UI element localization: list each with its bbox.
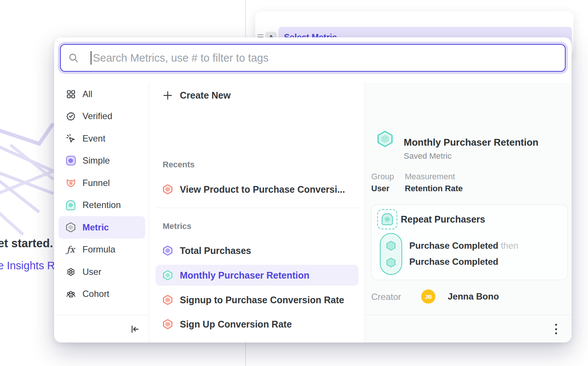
sidebar-item-simple[interactable]: Simple	[54, 150, 149, 172]
metric-detail-panel: Monthly Purchaser Retention Saved Metric…	[365, 83, 572, 342]
event-metric-hexagon-icon	[163, 246, 173, 256]
recents-section-header: Recents	[163, 160, 195, 170]
measurement-value: Retention Rate	[405, 184, 463, 193]
saved-metric-hexagon-icon	[377, 131, 393, 147]
creator-avatar: JB	[421, 289, 435, 304]
retention-metric-hexagon-icon	[163, 270, 173, 280]
sidebar-item-event[interactable]: Event	[54, 127, 149, 150]
background-insights-link[interactable]: e Insights Re	[0, 260, 61, 272]
sidebar-item-formula[interactable]: ƒx Formula	[54, 239, 149, 261]
event-sequence-capsule	[380, 233, 402, 275]
funnel-metric-hexagon-icon	[163, 295, 173, 305]
event-hexagon-icon	[386, 241, 396, 251]
cursor-click-icon	[66, 133, 76, 143]
sidebar-footer	[54, 315, 149, 342]
recent-item-label: View Product to Purchase Conversi...	[180, 184, 345, 195]
search-placeholder: Search Metrics, use # to filter to tags	[93, 52, 269, 64]
metric-item-label: Total Purchases	[180, 245, 251, 256]
definition-name: Repeat Purchasers	[401, 214, 485, 225]
type-filter-sidebar: All Verified	[54, 83, 149, 342]
metric-list-column: Create New Recents View Product to Purch…	[149, 83, 365, 342]
sidebar-item-label: Formula	[82, 244, 115, 255]
detail-subtitle: Saved Metric	[404, 151, 451, 161]
sidebar-item-label: Metric	[82, 222, 109, 233]
recent-item[interactable]: View Product to Purchase Conversi...	[149, 179, 365, 200]
then-connector: then	[501, 241, 518, 251]
sidebar-item-verified[interactable]: Verified	[54, 105, 149, 128]
definition-step-1: Purchase Completed then	[409, 241, 518, 251]
metric-hexagon-icon	[66, 222, 76, 232]
sidebar-item-label: All	[82, 89, 93, 99]
metric-list-item[interactable]: Signup to Purchase Conversion Rate	[149, 289, 365, 310]
sidebar-item-retention[interactable]: Retention	[54, 194, 149, 217]
group-label: Group	[371, 172, 394, 182]
user-cluster-icon	[66, 267, 76, 277]
metric-item-label: Sign Up Conversion Rate	[180, 319, 292, 330]
background-get-started-text: et started.	[0, 237, 53, 250]
list-divider	[156, 208, 359, 208]
metric-list-item-selected[interactable]: Monthly Purchaser Retention	[156, 265, 359, 286]
definition-step-2: Purchase Completed	[409, 257, 498, 267]
detail-footer	[365, 315, 572, 342]
sidebar-item-label: Retention	[82, 200, 121, 210]
create-new-button[interactable]: Create New	[149, 85, 365, 106]
sidebar-item-label: Simple	[82, 155, 110, 166]
metric-item-label: Monthly Purchaser Retention	[180, 270, 309, 281]
sidebar-item-label: User	[82, 267, 101, 277]
sidebar-item-cohort[interactable]: Cohort	[54, 283, 149, 305]
sidebar-item-label: Event	[82, 133, 105, 144]
search-input[interactable]: Search Metrics, use # to filter to tags	[60, 44, 566, 72]
verified-badge-icon	[66, 111, 76, 121]
simple-borrowed-hexagon-icon	[66, 156, 76, 166]
sidebar-item-metric[interactable]: Metric	[59, 216, 145, 239]
metrics-section-header: Metrics	[163, 221, 191, 231]
metric-list-item[interactable]: Weekly Purchase Retention	[149, 338, 365, 342]
sidebar-item-all[interactable]: All	[54, 83, 149, 105]
sidebar-item-label: Cohort	[82, 289, 109, 299]
sidebar-item-label: Funnel	[82, 178, 110, 188]
sidebar-item-funnel[interactable]: Funnel	[54, 172, 149, 194]
funnel-metric-hexagon-icon	[163, 184, 173, 195]
sidebar-item-user[interactable]: User	[54, 261, 149, 283]
measurement-label: Measurement	[405, 172, 455, 182]
create-new-label: Create New	[180, 90, 231, 101]
metric-definition-card: Repeat Purchasers Purchase Completed the…	[371, 204, 568, 280]
event-hexagon-icon	[386, 258, 396, 267]
metric-picker-modal: Search Metrics, use # to filter to tags …	[54, 37, 572, 342]
sidebar-item-label: Verified	[82, 111, 112, 121]
text-cursor	[91, 51, 91, 65]
funnel-metric-hexagon-icon	[163, 319, 173, 329]
metric-item-label: Signup to Purchase Conversion Rate	[180, 295, 344, 305]
search-icon	[68, 53, 79, 63]
funnel-icon	[66, 178, 76, 188]
creator-label: Creator	[371, 292, 401, 302]
screen: et started. e Insights Re A Select Metri…	[0, 0, 588, 366]
plus-icon	[163, 90, 173, 100]
group-value: User	[371, 184, 390, 193]
collapse-sidebar-icon[interactable]	[130, 324, 140, 334]
retention-definition-icon	[377, 209, 397, 229]
creator-name: Jenna Bono	[448, 291, 499, 302]
more-options-icon[interactable]	[555, 324, 557, 334]
metric-list-item[interactable]: Total Purchases	[149, 240, 365, 261]
detail-title: Monthly Purchaser Retention	[404, 137, 538, 148]
grid-icon	[66, 89, 76, 99]
metric-list-item[interactable]: Sign Up Conversion Rate	[149, 314, 365, 335]
cohort-people-icon	[66, 289, 76, 299]
formula-fx-icon: ƒx	[66, 245, 76, 255]
retention-arch-icon	[66, 200, 76, 210]
